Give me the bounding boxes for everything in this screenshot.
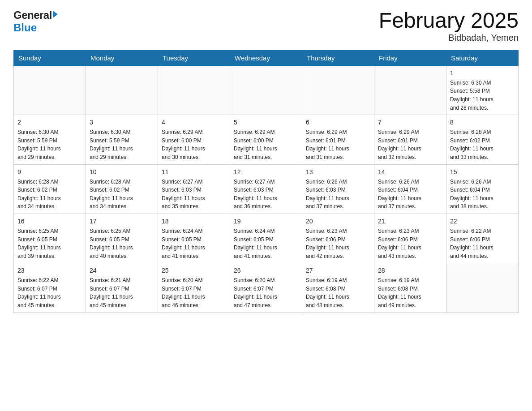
logo-general-text: General xyxy=(13,9,52,21)
day-info: Sunrise: 6:27 AM Sunset: 6:03 PM Dayligh… xyxy=(234,178,298,211)
calendar-cell: 16Sunrise: 6:25 AM Sunset: 6:05 PM Dayli… xyxy=(14,214,86,263)
day-number: 13 xyxy=(306,167,370,177)
calendar-cell: 19Sunrise: 6:24 AM Sunset: 6:05 PM Dayli… xyxy=(230,214,302,263)
calendar-cell: 8Sunrise: 6:28 AM Sunset: 6:02 PM Daylig… xyxy=(446,115,519,164)
calendar-cell: 25Sunrise: 6:20 AM Sunset: 6:07 PM Dayli… xyxy=(158,263,230,313)
day-info: Sunrise: 6:29 AM Sunset: 6:01 PM Dayligh… xyxy=(306,128,370,161)
calendar-cell xyxy=(374,65,446,115)
weekday-header-wednesday: Wednesday xyxy=(230,50,302,65)
day-number: 2 xyxy=(17,118,82,127)
day-number: 8 xyxy=(450,118,515,127)
calendar-cell: 11Sunrise: 6:27 AM Sunset: 6:03 PM Dayli… xyxy=(158,164,230,214)
day-number: 9 xyxy=(17,167,82,177)
calendar-cell: 5Sunrise: 6:29 AM Sunset: 6:00 PM Daylig… xyxy=(230,115,302,164)
day-number: 16 xyxy=(17,217,82,226)
calendar-cell xyxy=(14,65,86,115)
day-number: 12 xyxy=(234,167,298,177)
calendar-cell: 26Sunrise: 6:20 AM Sunset: 6:07 PM Dayli… xyxy=(230,263,302,313)
day-number: 24 xyxy=(90,266,154,275)
day-info: Sunrise: 6:19 AM Sunset: 6:08 PM Dayligh… xyxy=(306,276,370,309)
calendar-cell: 15Sunrise: 6:26 AM Sunset: 6:04 PM Dayli… xyxy=(446,164,519,214)
day-number: 10 xyxy=(90,167,154,177)
logo: General Blue xyxy=(13,9,58,34)
day-info: Sunrise: 6:20 AM Sunset: 6:07 PM Dayligh… xyxy=(162,276,226,309)
calendar-week-row: 23Sunrise: 6:22 AM Sunset: 6:07 PM Dayli… xyxy=(14,263,519,313)
calendar-cell: 9Sunrise: 6:28 AM Sunset: 6:02 PM Daylig… xyxy=(14,164,86,214)
page-header: General Blue February 2025 Bidbadah, Yem… xyxy=(13,9,519,43)
day-info: Sunrise: 6:29 AM Sunset: 6:00 PM Dayligh… xyxy=(234,128,298,161)
calendar-header-row: SundayMondayTuesdayWednesdayThursdayFrid… xyxy=(14,50,519,65)
day-number: 18 xyxy=(162,217,226,226)
calendar-week-row: 1Sunrise: 6:30 AM Sunset: 5:58 PM Daylig… xyxy=(14,65,519,115)
calendar-cell: 12Sunrise: 6:27 AM Sunset: 6:03 PM Dayli… xyxy=(230,164,302,214)
calendar-cell: 20Sunrise: 6:23 AM Sunset: 6:06 PM Dayli… xyxy=(302,214,374,263)
calendar-cell xyxy=(230,65,302,115)
calendar-cell: 28Sunrise: 6:19 AM Sunset: 6:08 PM Dayli… xyxy=(374,263,446,313)
day-info: Sunrise: 6:30 AM Sunset: 5:59 PM Dayligh… xyxy=(17,128,82,161)
calendar-cell: 7Sunrise: 6:29 AM Sunset: 6:01 PM Daylig… xyxy=(374,115,446,164)
day-number: 27 xyxy=(306,266,370,275)
day-info: Sunrise: 6:23 AM Sunset: 6:06 PM Dayligh… xyxy=(306,227,370,260)
day-number: 28 xyxy=(378,266,442,275)
weekday-header-friday: Friday xyxy=(374,50,446,65)
calendar-week-row: 9Sunrise: 6:28 AM Sunset: 6:02 PM Daylig… xyxy=(14,164,519,214)
calendar-cell: 6Sunrise: 6:29 AM Sunset: 6:01 PM Daylig… xyxy=(302,115,374,164)
calendar-week-row: 16Sunrise: 6:25 AM Sunset: 6:05 PM Dayli… xyxy=(14,214,519,263)
calendar-cell: 21Sunrise: 6:23 AM Sunset: 6:06 PM Dayli… xyxy=(374,214,446,263)
day-info: Sunrise: 6:19 AM Sunset: 6:08 PM Dayligh… xyxy=(378,276,442,309)
month-title: February 2025 xyxy=(379,9,519,33)
day-number: 6 xyxy=(306,118,370,127)
calendar-cell: 4Sunrise: 6:29 AM Sunset: 6:00 PM Daylig… xyxy=(158,115,230,164)
day-number: 22 xyxy=(450,217,515,226)
weekday-header-tuesday: Tuesday xyxy=(158,50,230,65)
day-info: Sunrise: 6:20 AM Sunset: 6:07 PM Dayligh… xyxy=(234,276,298,309)
day-number: 3 xyxy=(90,118,154,127)
day-number: 4 xyxy=(162,118,226,127)
calendar-cell: 1Sunrise: 6:30 AM Sunset: 5:58 PM Daylig… xyxy=(446,65,519,115)
logo-blue-text: Blue xyxy=(13,21,37,34)
calendar-cell: 23Sunrise: 6:22 AM Sunset: 6:07 PM Dayli… xyxy=(14,263,86,313)
calendar-cell xyxy=(158,65,230,115)
day-number: 11 xyxy=(162,167,226,177)
day-info: Sunrise: 6:26 AM Sunset: 6:04 PM Dayligh… xyxy=(450,178,515,211)
day-info: Sunrise: 6:26 AM Sunset: 6:03 PM Dayligh… xyxy=(306,178,370,211)
day-number: 21 xyxy=(378,217,442,226)
day-info: Sunrise: 6:23 AM Sunset: 6:06 PM Dayligh… xyxy=(378,227,442,260)
day-info: Sunrise: 6:30 AM Sunset: 5:58 PM Dayligh… xyxy=(450,79,515,112)
calendar-cell: 13Sunrise: 6:26 AM Sunset: 6:03 PM Dayli… xyxy=(302,164,374,214)
day-info: Sunrise: 6:28 AM Sunset: 6:02 PM Dayligh… xyxy=(17,178,82,211)
day-info: Sunrise: 6:30 AM Sunset: 5:59 PM Dayligh… xyxy=(90,128,154,161)
day-info: Sunrise: 6:24 AM Sunset: 6:05 PM Dayligh… xyxy=(162,227,226,260)
day-info: Sunrise: 6:25 AM Sunset: 6:05 PM Dayligh… xyxy=(90,227,154,260)
day-number: 1 xyxy=(450,68,515,78)
calendar-cell xyxy=(446,263,519,313)
day-info: Sunrise: 6:22 AM Sunset: 6:06 PM Dayligh… xyxy=(450,227,515,260)
day-number: 23 xyxy=(17,266,82,275)
weekday-header-thursday: Thursday xyxy=(302,50,374,65)
day-number: 19 xyxy=(234,217,298,226)
day-info: Sunrise: 6:24 AM Sunset: 6:05 PM Dayligh… xyxy=(234,227,298,260)
day-number: 26 xyxy=(234,266,298,275)
calendar-week-row: 2Sunrise: 6:30 AM Sunset: 5:59 PM Daylig… xyxy=(14,115,519,164)
day-info: Sunrise: 6:26 AM Sunset: 6:04 PM Dayligh… xyxy=(378,178,442,211)
day-number: 14 xyxy=(378,167,442,177)
day-number: 5 xyxy=(234,118,298,127)
weekday-header-saturday: Saturday xyxy=(446,50,519,65)
day-info: Sunrise: 6:29 AM Sunset: 6:01 PM Dayligh… xyxy=(378,128,442,161)
calendar-cell: 17Sunrise: 6:25 AM Sunset: 6:05 PM Dayli… xyxy=(86,214,158,263)
calendar-cell: 3Sunrise: 6:30 AM Sunset: 5:59 PM Daylig… xyxy=(86,115,158,164)
day-info: Sunrise: 6:27 AM Sunset: 6:03 PM Dayligh… xyxy=(162,178,226,211)
logo-arrow-icon xyxy=(53,11,58,18)
day-info: Sunrise: 6:29 AM Sunset: 6:00 PM Dayligh… xyxy=(162,128,226,161)
day-number: 17 xyxy=(90,217,154,226)
day-number: 25 xyxy=(162,266,226,275)
calendar-cell: 14Sunrise: 6:26 AM Sunset: 6:04 PM Dayli… xyxy=(374,164,446,214)
day-info: Sunrise: 6:21 AM Sunset: 6:07 PM Dayligh… xyxy=(90,276,154,309)
calendar-cell: 10Sunrise: 6:28 AM Sunset: 6:02 PM Dayli… xyxy=(86,164,158,214)
day-number: 20 xyxy=(306,217,370,226)
calendar-cell: 18Sunrise: 6:24 AM Sunset: 6:05 PM Dayli… xyxy=(158,214,230,263)
day-number: 15 xyxy=(450,167,515,177)
weekday-header-sunday: Sunday xyxy=(14,50,86,65)
weekday-header-monday: Monday xyxy=(86,50,158,65)
day-info: Sunrise: 6:28 AM Sunset: 6:02 PM Dayligh… xyxy=(90,178,154,211)
